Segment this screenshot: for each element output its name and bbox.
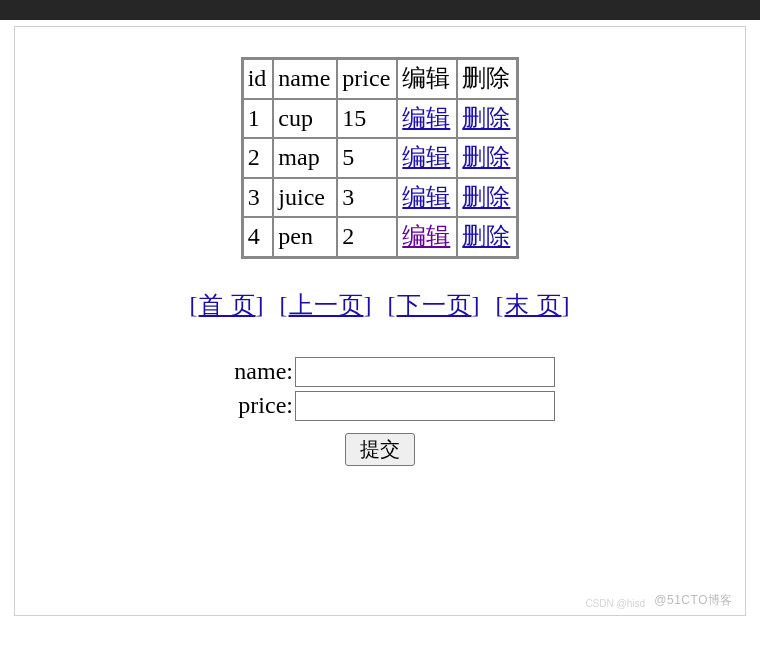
name-label: name: — [205, 358, 295, 385]
cell-price: 15 — [337, 99, 397, 139]
submit-button[interactable]: 提交 — [345, 433, 415, 466]
col-edit: 编辑 — [397, 59, 457, 99]
price-label: price: — [205, 392, 295, 419]
table-row: 2 map 5 编辑 删除 — [243, 138, 518, 178]
cell-price: 5 — [337, 138, 397, 178]
page-container: id name price 编辑 删除 1 cup 15 编辑 删除 2 map… — [14, 26, 746, 616]
table-header-row: id name price 编辑 删除 — [243, 59, 518, 99]
delete-link[interactable]: 删除 — [462, 105, 510, 131]
cell-price: 2 — [337, 217, 397, 257]
col-price: price — [337, 59, 397, 99]
cell-price: 3 — [337, 178, 397, 218]
delete-link[interactable]: 删除 — [462, 223, 510, 249]
table-row: 3 juice 3 编辑 删除 — [243, 178, 518, 218]
pager-next[interactable]: 下一页 — [397, 292, 472, 318]
col-id: id — [243, 59, 274, 99]
edit-link[interactable]: 编辑 — [402, 105, 450, 131]
cell-name: juice — [273, 178, 337, 218]
pager-prev[interactable]: 上一页 — [289, 292, 364, 318]
name-input[interactable] — [295, 357, 555, 387]
cell-id: 2 — [243, 138, 274, 178]
edit-link[interactable]: 编辑 — [402, 223, 450, 249]
cell-name: cup — [273, 99, 337, 139]
pager-first[interactable]: 首 页 — [199, 292, 256, 318]
edit-link[interactable]: 编辑 — [402, 144, 450, 170]
delete-link[interactable]: 删除 — [462, 184, 510, 210]
table-row: 4 pen 2 编辑 删除 — [243, 217, 518, 257]
cell-id: 4 — [243, 217, 274, 257]
watermark-csdn: CSDN @hisd — [585, 598, 645, 609]
table-row: 1 cup 15 编辑 删除 — [243, 99, 518, 139]
watermark-51cto: @51CTO博客 — [654, 592, 733, 609]
cell-name: map — [273, 138, 337, 178]
pager-last[interactable]: 末 页 — [505, 292, 562, 318]
pagination: [首 页] [上一页] [下一页] [末 页] — [27, 289, 733, 321]
price-input[interactable] — [295, 391, 555, 421]
add-form: name: price: 提交 — [205, 353, 555, 466]
items-table: id name price 编辑 删除 1 cup 15 编辑 删除 2 map… — [241, 57, 520, 259]
cell-id: 3 — [243, 178, 274, 218]
col-name: name — [273, 59, 337, 99]
cell-name: pen — [273, 217, 337, 257]
col-delete: 删除 — [457, 59, 517, 99]
edit-link[interactable]: 编辑 — [402, 184, 450, 210]
delete-link[interactable]: 删除 — [462, 144, 510, 170]
cell-id: 1 — [243, 99, 274, 139]
window-titlebar — [0, 0, 760, 20]
